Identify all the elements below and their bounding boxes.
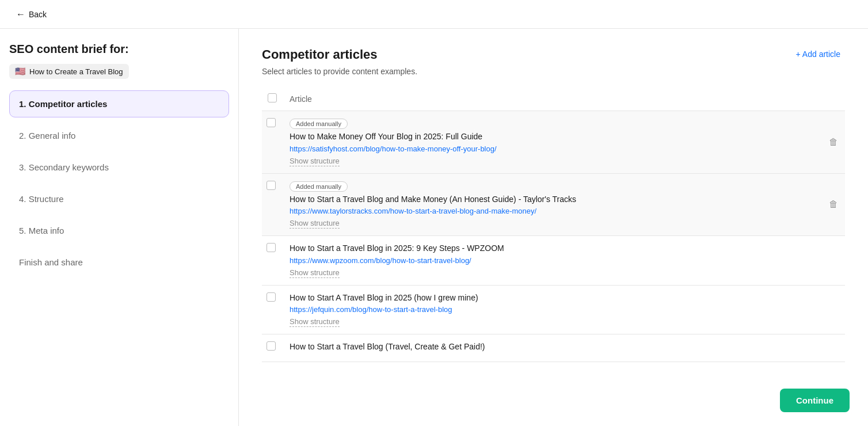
- keyword-badge: 🇺🇸 How to Create a Travel Blog: [9, 64, 129, 79]
- article-checkbox[interactable]: [267, 181, 276, 190]
- articles-table: Article Added manuallyHow to Make Money …: [262, 88, 845, 362]
- add-article-button[interactable]: + Add article: [791, 47, 845, 61]
- sidebar-item-competitor-articles[interactable]: 1. Competitor articles: [9, 90, 229, 117]
- sidebar: SEO content brief for: 🇺🇸 How to Create …: [0, 29, 239, 426]
- header-checkbox-cell: [262, 88, 283, 111]
- table-row: How to Start a Travel Blog (Travel, Crea…: [262, 334, 845, 362]
- sidebar-title: SEO content brief for:: [9, 43, 229, 56]
- sidebar-item-meta-info[interactable]: 5. Meta info: [9, 217, 229, 244]
- section-subtitle: Select articles to provide content examp…: [262, 67, 845, 76]
- show-structure-button[interactable]: Show structure: [290, 219, 340, 229]
- checkbox-cell: [262, 111, 283, 174]
- article-title: How to Start a Travel Blog and Make Mone…: [290, 194, 815, 206]
- sidebar-item-finish-and-share[interactable]: Finish and share: [9, 249, 229, 276]
- select-all-checkbox[interactable]: [268, 93, 277, 102]
- section-title: Competitor articles: [262, 47, 378, 62]
- continue-button[interactable]: Continue: [780, 389, 850, 412]
- table-row: How to Start A Travel Blog in 2025 (how …: [262, 285, 845, 334]
- main-layout: SEO content brief for: 🇺🇸 How to Create …: [0, 29, 868, 426]
- back-button[interactable]: ← Back: [12, 7, 51, 22]
- article-url[interactable]: https://satisfyhost.com/blog/how-to-make…: [290, 144, 815, 153]
- content-area: Competitor articles + Add article Select…: [239, 29, 868, 426]
- article-checkbox[interactable]: [267, 118, 276, 127]
- checkbox-cell: [262, 334, 283, 362]
- keyword-text: How to Create a Travel Blog: [29, 67, 123, 76]
- checkbox-cell: [262, 285, 283, 334]
- back-label: Back: [29, 10, 47, 19]
- article-checkbox[interactable]: [267, 243, 276, 252]
- article-cell: How to Start a Travel Blog in 2025: 9 Ke…: [283, 236, 822, 286]
- delete-cell: [822, 285, 845, 334]
- article-title: How to Make Money Off Your Blog in 2025:…: [290, 131, 815, 143]
- table-row: Added manuallyHow to Start a Travel Blog…: [262, 173, 845, 236]
- added-manually-badge: Added manually: [290, 119, 348, 129]
- delete-cell: 🗑: [822, 111, 845, 174]
- article-url[interactable]: https://www.taylorstracks.com/how-to-sta…: [290, 207, 815, 215]
- show-structure-button[interactable]: Show structure: [290, 157, 340, 166]
- article-title: How to Start a Travel Blog (Travel, Crea…: [290, 341, 815, 353]
- table-row: Added manuallyHow to Make Money Off Your…: [262, 111, 845, 174]
- article-title: How to Start A Travel Blog in 2025 (how …: [290, 292, 815, 304]
- delete-article-button[interactable]: 🗑: [827, 197, 840, 212]
- show-structure-button[interactable]: Show structure: [290, 268, 340, 278]
- table-header-row: Article: [262, 88, 845, 111]
- nav-items: 1. Competitor articles2. General info3. …: [9, 90, 229, 276]
- article-url[interactable]: https://www.wpzoom.com/blog/how-to-start…: [290, 256, 815, 265]
- article-checkbox[interactable]: [267, 292, 276, 302]
- delete-cell: [822, 236, 845, 286]
- checkbox-cell: [262, 173, 283, 236]
- th-article: Article: [283, 88, 822, 111]
- continue-label: Continue: [796, 395, 833, 405]
- section-header: Competitor articles + Add article: [262, 47, 845, 62]
- sidebar-item-structure[interactable]: 4. Structure: [9, 185, 229, 212]
- sidebar-item-general-info[interactable]: 2. General info: [9, 122, 229, 149]
- delete-cell: [822, 334, 845, 362]
- continue-btn-container: Continue: [780, 389, 850, 412]
- sidebar-item-secondary-keywords[interactable]: 3. Secondary keywords: [9, 154, 229, 181]
- checkbox-cell: [262, 236, 283, 286]
- added-manually-badge: Added manually: [290, 181, 348, 192]
- back-arrow-icon: ←: [16, 9, 25, 20]
- top-bar: ← Back: [0, 0, 868, 29]
- delete-article-button[interactable]: 🗑: [827, 135, 840, 150]
- article-url[interactable]: https://jefquin.com/blog/how-to-start-a-…: [290, 305, 815, 314]
- article-cell: How to Start A Travel Blog in 2025 (how …: [283, 285, 822, 334]
- delete-cell: 🗑: [822, 173, 845, 236]
- article-cell: How to Start a Travel Blog (Travel, Crea…: [283, 334, 822, 362]
- article-checkbox[interactable]: [267, 341, 276, 351]
- table-row: How to Start a Travel Blog in 2025: 9 Ke…: [262, 236, 845, 286]
- article-cell: Added manuallyHow to Make Money Off Your…: [283, 111, 822, 174]
- show-structure-button[interactable]: Show structure: [290, 317, 340, 327]
- article-title: How to Start a Travel Blog in 2025: 9 Ke…: [290, 243, 815, 254]
- article-cell: Added manuallyHow to Start a Travel Blog…: [283, 173, 822, 236]
- flag-icon: 🇺🇸: [15, 66, 26, 77]
- delete-header-cell: [822, 88, 845, 111]
- add-article-label: + Add article: [796, 50, 840, 59]
